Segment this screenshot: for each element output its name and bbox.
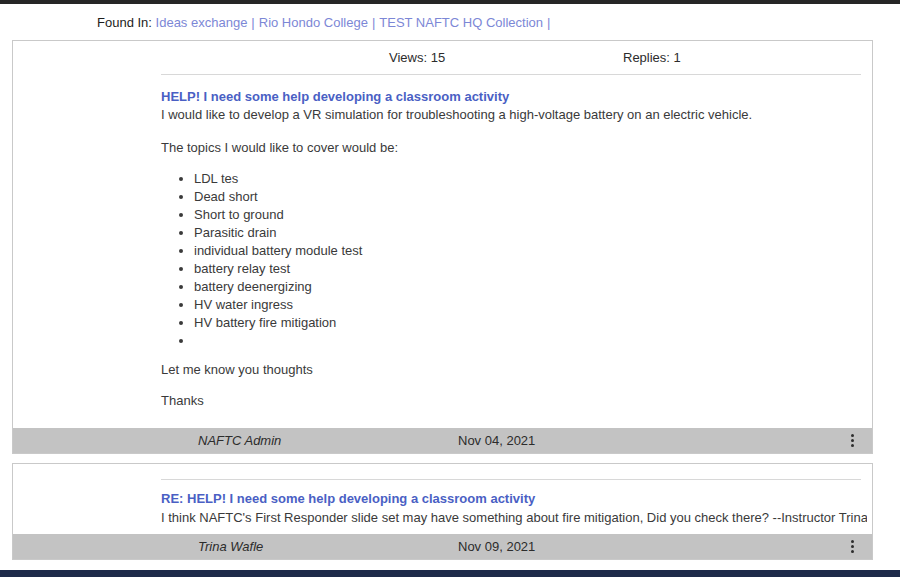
list-item: LDL tes bbox=[194, 170, 867, 188]
post-author: NAFTC Admin bbox=[198, 433, 281, 448]
breadcrumb-separator: | bbox=[247, 15, 258, 30]
list-item-empty bbox=[194, 332, 867, 350]
header-divider bbox=[161, 74, 861, 75]
post-date: Nov 04, 2021 bbox=[458, 433, 535, 448]
topics-lead-text: The topics I would like to cover would b… bbox=[161, 140, 867, 156]
reply-title-link[interactable]: RE: HELP! I need some help developing a … bbox=[161, 491, 867, 507]
reply-body-text: I think NAFTC's First Responder slide se… bbox=[161, 510, 867, 526]
breadcrumb-link-ideas-exchange[interactable]: Ideas exchange bbox=[156, 15, 248, 30]
thread-stats-row: Views: 15 Replies: 1 bbox=[13, 41, 872, 74]
breadcrumb-link-test-naftc-hq-collection[interactable]: TEST NAFTC HQ Collection bbox=[379, 15, 543, 30]
closing-text: Let me know you thoughts bbox=[161, 362, 867, 378]
list-item: Parasitic drain bbox=[194, 224, 867, 242]
header-divider bbox=[161, 479, 861, 480]
list-item: HV water ingress bbox=[194, 296, 867, 314]
kebab-menu-icon[interactable] bbox=[846, 432, 858, 449]
views-count: Views: 15 bbox=[389, 50, 445, 65]
list-item: battery deenergizing bbox=[194, 278, 867, 296]
replies-count: Replies: 1 bbox=[623, 50, 681, 65]
post-body-reply: RE: HELP! I need some help developing a … bbox=[161, 491, 867, 526]
bottom-border-bar bbox=[0, 570, 900, 577]
post-date: Nov 09, 2021 bbox=[458, 539, 535, 554]
post-intro-text: I would like to develop a VR simulation … bbox=[161, 107, 867, 123]
breadcrumb: Found In: Ideas exchange|Rio Hondo Colle… bbox=[97, 15, 554, 30]
breadcrumb-link-rio-hondo-college[interactable]: Rio Hondo College bbox=[259, 15, 368, 30]
kebab-menu-icon[interactable] bbox=[846, 538, 858, 555]
thanks-text: Thanks bbox=[161, 393, 867, 409]
topics-list: LDL tes Dead short Short to ground Paras… bbox=[161, 170, 867, 350]
breadcrumb-separator: | bbox=[368, 15, 379, 30]
post-panel-reply: RE: HELP! I need some help developing a … bbox=[12, 463, 873, 560]
list-item: battery relay test bbox=[194, 260, 867, 278]
post-body-original: HELP! I need some help developing a clas… bbox=[161, 89, 867, 409]
list-item: Dead short bbox=[194, 188, 867, 206]
found-in-label: Found In: bbox=[97, 15, 152, 30]
post-footer-bar: Trina Wafle Nov 09, 2021 bbox=[13, 534, 872, 559]
post-title-link[interactable]: HELP! I need some help developing a clas… bbox=[161, 89, 867, 105]
post-author: Trina Wafle bbox=[198, 539, 263, 554]
list-item: individual battery module test bbox=[194, 242, 867, 260]
list-item: Short to ground bbox=[194, 206, 867, 224]
post-footer-bar: NAFTC Admin Nov 04, 2021 bbox=[13, 428, 872, 453]
top-border-bar bbox=[0, 0, 900, 4]
breadcrumb-separator: | bbox=[543, 15, 554, 30]
list-item: HV battery fire mitigation bbox=[194, 314, 867, 332]
post-panel-original: Views: 15 Replies: 1 HELP! I need some h… bbox=[12, 40, 873, 454]
